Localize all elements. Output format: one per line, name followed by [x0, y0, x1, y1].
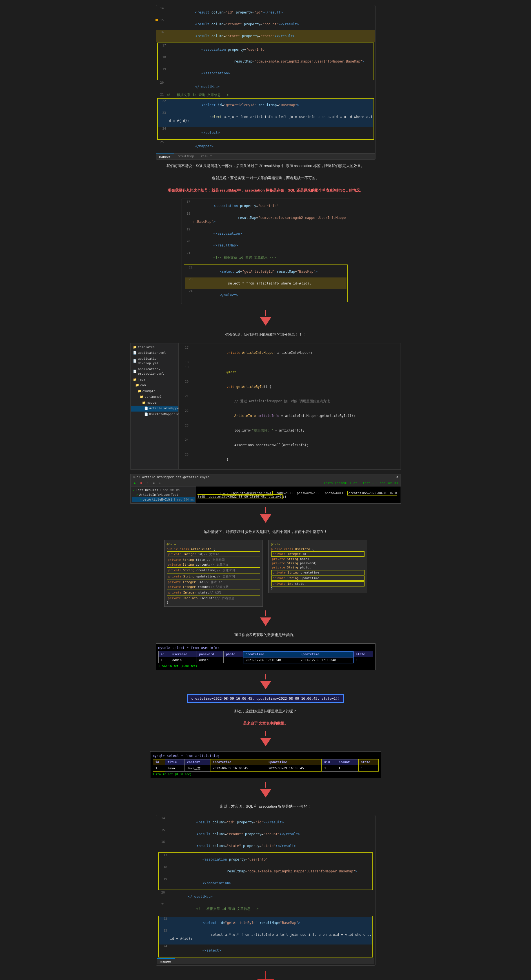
cell-title-2: Java — [165, 765, 185, 771]
sidebar-item-appdevelop[interactable]: 📄 application-develop.yml — [131, 356, 178, 366]
time-indicator: 1 sec 304 ms — [173, 498, 194, 501]
tree-item-method[interactable]: ✓ getArticleById() 1 sec 304 ms — [132, 497, 195, 502]
code-content: </association> — [193, 228, 349, 239]
class-close: } — [167, 601, 260, 604]
sort-icon[interactable]: ↕ — [158, 481, 162, 485]
code-line-s2-21: 21 <!-- 根据文章 id 查询 文章信息 --> — [183, 251, 349, 264]
line-number: 18 — [158, 56, 166, 59]
java-code: 17 private ArticleInfoMapper articleInfo… — [180, 345, 399, 468]
ide-sidebar: 📁 templates 📄 application.yml 📄 applicat… — [131, 344, 179, 469]
code-line-17: 17 <association property="userInfo" — [158, 44, 373, 56]
arrow-stem — [265, 611, 266, 616]
section-mysql-2: mysql> select * from articleinfo; id tit… — [0, 749, 531, 781]
line-number: 16 — [157, 840, 165, 844]
sidebar-item-mapper[interactable]: 📁 mapper — [131, 400, 178, 406]
annotation-data: @Data — [167, 542, 260, 546]
cell-photo — [224, 657, 243, 663]
code-content: </resultMap> — [168, 891, 374, 902]
sidebar-item-templates[interactable]: 📁 templates — [131, 345, 178, 350]
mysql-query-1: mysql> select * from userinfo; — [158, 646, 373, 650]
line-number: 17 — [158, 44, 166, 47]
arrow-1 — [260, 310, 271, 327]
table-header-row: id username password photo createtime up… — [158, 651, 373, 657]
code-content: <!-- 根据文章 id 查询 文章信息 --> — [167, 93, 375, 97]
select-box-2: 22 <select id="getArticleById" resultMap… — [184, 264, 348, 302]
field-rcount: private Integer rcount;// 访问次数 — [167, 584, 260, 589]
code-line-s8-18: 18 resultMap="com.example.springmb2.mapp… — [159, 865, 372, 877]
line-number: 15 — [156, 18, 164, 22]
sidebar-item-springmb2[interactable]: 📁 springmb2 — [131, 394, 178, 400]
col-id: id — [158, 651, 170, 657]
section-test-1: Run: ArticleInfoMapperTest.getArticleByI… — [0, 472, 531, 506]
stop-icon[interactable]: ■ — [139, 481, 144, 485]
code-content — [192, 360, 398, 365]
line-number: 18 — [159, 865, 167, 869]
code-content: select a.*,u.* from articleInfo a left j… — [169, 111, 373, 127]
arrow-stem — [265, 731, 266, 737]
code-line-23: 23 select a.*,u.* from articleInfo a lef… — [158, 111, 373, 127]
code-line-s2-24: 24 </select> — [185, 289, 347, 301]
tab-resultmap[interactable]: resultMap — [174, 154, 197, 159]
code-content: <result column="id" property="id"></resu… — [167, 6, 375, 18]
ide-block: 📁 templates 📄 application.yml 📄 applicat… — [130, 343, 401, 469]
tab-result[interactable]: result — [197, 154, 216, 159]
arrow-3 — [260, 611, 271, 627]
section-classes: @Data public class ArticleInfo { private… — [0, 538, 531, 609]
folder-icon: 📁 — [133, 377, 137, 382]
sidebar-item-com[interactable]: 📁 com — [131, 383, 178, 388]
code-line-s8-20: 20 </resultMap> — [157, 891, 374, 902]
xml-code-block-3: 14 <result column="id" property="id"></r… — [156, 815, 375, 966]
tree-item-results[interactable]: ✓ Test Results 1 sec 304 ms — [132, 488, 195, 492]
play-icon[interactable]: ▶ — [133, 481, 137, 485]
folder-icon: 📁 — [133, 345, 137, 350]
cell-updatetime-2: 2022-08-09 16:06:45 — [266, 765, 322, 771]
result-text: createtime=2022-08-09 16:06:45, updateti… — [191, 697, 340, 700]
sidebar-item-articleinfomappertest[interactable]: 📄 ArticleInfoMapperTest — [131, 406, 178, 412]
ui-field-name: private String name; — [271, 557, 364, 561]
arrow-6 — [260, 782, 271, 799]
line-number: 20 — [181, 379, 189, 384]
filter-icon[interactable]: ≡ — [151, 481, 156, 485]
code-content: <result column="state" property="state">… — [167, 30, 375, 42]
code-line-s8-17: 17 <association property="userInfo" — [159, 854, 372, 865]
class-decl2: public class UserInfo { — [271, 547, 364, 551]
settings-icon[interactable]: ⚙ — [396, 475, 398, 479]
toolbar-row: ▶ ■ ↺ ≡ ↕ Tests passed: 1 of 1 test – 1 … — [131, 480, 401, 487]
code-content: </mapper> — [167, 140, 375, 152]
java-line-25: 25 } — [181, 452, 398, 467]
arrow-5 — [260, 731, 271, 748]
code-content: <result column="state" property="state">… — [168, 840, 374, 852]
code-line-s8-24: 24 </select> — [159, 945, 372, 956]
sidebar-item-applicationyml[interactable]: 📄 application.yml — [131, 350, 178, 356]
section-ide: 📁 templates 📄 application.yml 📄 applicat… — [0, 341, 531, 472]
field-createtime-box: private String createtime;// 创建时间 — [167, 567, 260, 573]
sidebar-item-java[interactable]: 📁 java — [131, 377, 178, 383]
code-content: </association> — [169, 67, 373, 79]
line-number: 24 — [159, 945, 167, 948]
code-content: <select id="getArticleById" resultMap="B… — [169, 99, 373, 111]
arrow-4 — [260, 674, 271, 691]
rerun-icon[interactable]: ↺ — [145, 481, 150, 485]
code-content: <!-- 根据文章 id 查询 文章信息 --> — [193, 251, 349, 264]
code-line-24: 24 </select> — [158, 127, 373, 138]
arrow-2 — [260, 508, 271, 524]
tab-mapper-3[interactable]: mapper — [157, 958, 175, 964]
tests-passed-label: Tests passed: 1 of 1 test – 1 sec 304 ms — [324, 481, 398, 485]
code-content: // 通过 ArticleInfoMapper 接口对的 调用里面的查询方法 — [192, 394, 398, 409]
description-3: 现在我要补充的这个细节：就是 resultMap中，association 标签… — [168, 187, 363, 194]
line-number: 24 — [158, 127, 166, 130]
sidebar-item-userinfomappertest[interactable]: 📄 UserInfoMapperTest — [131, 412, 178, 417]
tab-mapper[interactable]: mapper — [156, 154, 174, 159]
col-createtime: createtime — [210, 759, 266, 765]
col-rcount: rcount — [336, 759, 358, 765]
sidebar-item-example[interactable]: 📁 example — [131, 388, 178, 395]
code-content: <!-- 根据文章 id 查询 文章信息 --> — [168, 902, 374, 915]
tree-item-class[interactable]: ✓ ArticleInfoMapperTest — [132, 492, 195, 497]
code-content: void getArticleById() { — [192, 379, 398, 394]
code-content: @Test — [192, 365, 398, 380]
code-content: private ArticleInfoMapper articleInfoMap… — [192, 346, 398, 360]
file-icon: 📄 — [144, 412, 148, 417]
col-password: password — [197, 651, 223, 657]
line-number: 14 — [156, 6, 164, 10]
sidebar-item-appprod[interactable]: 📄 application-production.yml — [131, 366, 178, 377]
